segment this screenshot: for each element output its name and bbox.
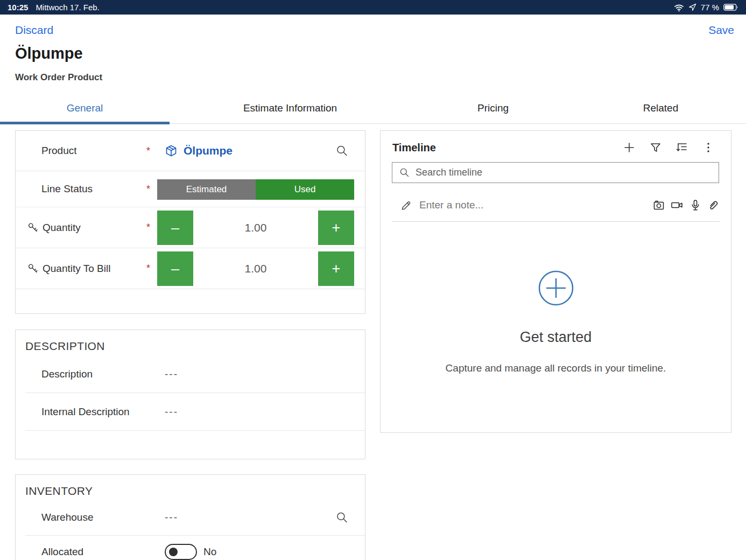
timeline-note-input[interactable] [419,199,652,211]
page-subtitle: Work Order Product [15,72,102,83]
product-value-link[interactable]: Ölpumpe [157,144,233,157]
quantity-to-bill-decrement-button[interactable]: – [157,251,193,286]
line-status-option-used[interactable]: Used [256,179,354,200]
quantity-to-bill-stepper: – 1.00 + [157,251,354,286]
timeline-panel: Timeline [380,130,731,433]
allocated-toggle[interactable] [165,544,197,560]
quantity-to-bill-increment-button[interactable]: + [318,251,354,286]
quantity-value[interactable]: 1.00 [193,211,318,245]
microphone-icon[interactable] [689,199,702,212]
general-form-panel: Product * Ölpumpe Line Status * Estimate… [15,130,365,314]
warehouse-search-icon[interactable] [335,511,349,524]
internal-description-label: Internal Description [41,406,165,418]
timeline-add-icon[interactable] [623,141,636,154]
search-icon [399,167,410,178]
quantity-required-mark: * [146,222,157,233]
warehouse-field-row: Warehouse --- [16,500,365,535]
tab-bar: General Estimate Information Pricing Rel… [0,93,746,124]
timeline-filter-icon[interactable] [649,141,662,154]
product-cube-icon [165,144,178,157]
note-media-buttons [652,199,720,212]
location-arrow-icon [688,3,696,11]
timeline-note-row [392,192,720,219]
tab-estimate-information[interactable]: Estimate Information [170,93,411,123]
line-status-required-mark: * [146,184,157,195]
inventory-section-title: INVENTORY [16,475,365,498]
key-icon [27,222,39,233]
warehouse-label: Warehouse [41,512,165,523]
internal-description-field-row: Internal Description --- [16,393,365,430]
description-value[interactable]: --- [165,368,178,380]
divider [25,430,365,431]
quantity-to-bill-value[interactable]: 1.00 [193,251,318,286]
app-header: Discard Save Ölpumpe Work Order Product [0,15,746,93]
battery-percent: 77 % [701,3,719,12]
timeline-more-icon[interactable] [702,141,715,154]
tab-general[interactable]: General [0,93,170,123]
paperclip-icon[interactable] [707,199,720,212]
save-button[interactable]: Save [708,24,734,37]
tab-related[interactable]: Related [575,93,746,123]
camera-icon[interactable] [652,199,665,212]
get-started-caption: Capture and manage all records in your t… [446,362,666,374]
tab-pricing[interactable]: Pricing [411,93,575,123]
line-status-field-row: Line Status * Estimated Used [16,171,365,207]
timeline-sort-icon[interactable] [675,141,688,154]
status-bar: 10:25 Mittwoch 17. Feb. 77 % [0,0,746,15]
status-time: 10:25 [8,3,28,12]
timeline-actions [623,141,715,154]
quantity-label: Quantity [41,222,146,234]
timeline-title: Timeline [392,142,436,154]
quantity-to-bill-field-row: Quantity To Bill * – 1.00 + [16,248,365,289]
quantity-stepper: – 1.00 + [157,211,354,245]
get-started-title: Get started [520,329,592,346]
key-icon [27,263,39,274]
timeline-empty-state: Get started Capture and manage all recor… [381,270,731,374]
wifi-icon [674,3,684,12]
status-date: Mittwoch 17. Feb. [36,3,99,12]
timeline-search-box [392,162,719,183]
description-section-panel: DESCRIPTION Description --- Internal Des… [15,330,365,459]
product-label: Product [41,145,146,157]
line-status-segmented-control: Estimated Used [157,179,354,200]
description-label: Description [41,368,165,380]
get-started-add-icon[interactable] [538,270,574,306]
description-field-row: Description --- [16,355,365,393]
quantity-increment-button[interactable]: + [318,211,354,245]
divider [392,221,720,222]
allocated-value: No [203,546,216,558]
battery-icon [723,4,738,11]
discard-button[interactable]: Discard [15,24,53,37]
inventory-section-panel: INVENTORY Warehouse --- Allocated No [15,474,365,560]
product-required-mark: * [146,145,157,157]
line-status-option-estimated[interactable]: Estimated [157,179,256,200]
warehouse-value[interactable]: --- [165,512,178,523]
product-field-row: Product * Ölpumpe [16,131,365,171]
allocated-field-row: Allocated No [16,536,365,560]
quantity-field-row: Quantity * – 1.00 + [16,207,365,248]
active-tab-underline [0,122,170,124]
quantity-decrement-button[interactable]: – [157,211,193,245]
quantity-to-bill-label: Quantity To Bill [41,263,146,275]
timeline-search-input[interactable] [416,167,712,178]
product-value-text: Ölpumpe [184,144,233,157]
internal-description-value[interactable]: --- [165,406,178,418]
description-section-title: DESCRIPTION [16,330,365,353]
allocated-label: Allocated [41,546,157,558]
product-search-icon[interactable] [335,144,349,158]
line-status-label: Line Status [41,183,146,195]
quantity-to-bill-required-mark: * [146,263,157,274]
page-title: Ölpumpe [15,45,83,62]
video-camera-icon[interactable] [670,199,684,212]
pencil-icon [400,199,412,212]
toggle-knob [169,548,178,556]
